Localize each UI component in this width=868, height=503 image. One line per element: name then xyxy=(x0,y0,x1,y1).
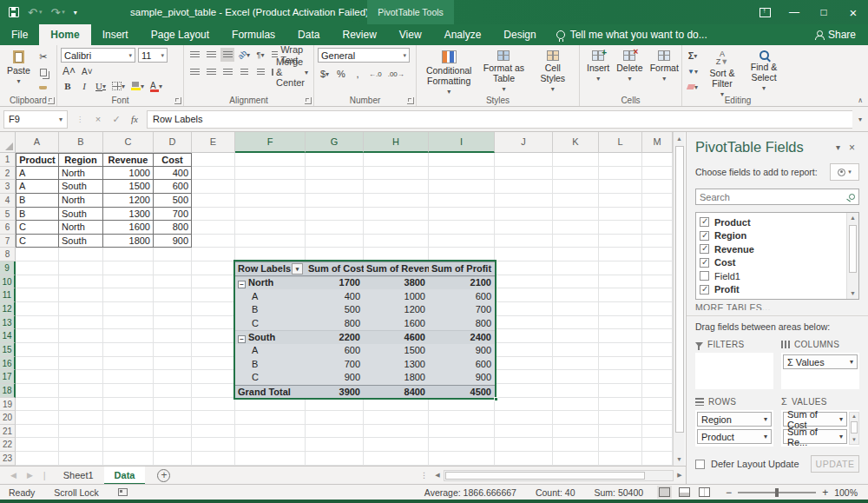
update-button[interactable]: UPDATE xyxy=(811,455,859,473)
tab-insert[interactable]: Insert xyxy=(91,24,140,45)
collapse-icon[interactable]: − xyxy=(238,281,246,288)
rows-chip-product[interactable]: Product▾ xyxy=(697,429,772,444)
accounting-format-button[interactable]: $ xyxy=(318,67,332,81)
tab-analyze[interactable]: Analyze xyxy=(433,24,493,45)
cell-B17[interactable] xyxy=(59,370,103,384)
column-header-I[interactable]: I xyxy=(429,132,495,153)
cell-A15[interactable] xyxy=(16,343,59,357)
cell-E9[interactable] xyxy=(192,261,235,275)
cell-F20[interactable] xyxy=(235,411,306,425)
cell-E11[interactable] xyxy=(192,288,235,302)
cell-E21[interactable] xyxy=(192,425,235,439)
pivot-value-cell[interactable]: 800 xyxy=(306,317,364,330)
find-select-button[interactable]: Find & Select xyxy=(745,48,783,101)
cell-L2[interactable] xyxy=(599,167,642,181)
column-header-A[interactable]: A xyxy=(16,132,59,153)
cell-J6[interactable] xyxy=(495,221,553,235)
cell-J2[interactable] xyxy=(495,167,553,181)
cell-A12[interactable] xyxy=(16,302,59,316)
cell-I2[interactable] xyxy=(429,167,495,181)
cell-K20[interactable] xyxy=(553,411,599,425)
normal-view-button[interactable] xyxy=(659,487,670,497)
cell-D21[interactable] xyxy=(154,425,192,439)
cell-M16[interactable] xyxy=(642,357,673,371)
cell-M8[interactable] xyxy=(642,248,673,261)
pivot-value-cell[interactable]: 400 xyxy=(306,290,364,303)
cell-L23[interactable] xyxy=(599,452,642,466)
cell-H1[interactable] xyxy=(364,153,429,167)
cell-L20[interactable] xyxy=(599,411,642,425)
cell-M23[interactable] xyxy=(642,452,673,466)
share-button[interactable]: Share xyxy=(803,24,868,45)
cell-E17[interactable] xyxy=(192,370,235,384)
fill-color-button[interactable] xyxy=(129,79,146,93)
cell-J1[interactable] xyxy=(495,153,553,167)
column-header-F[interactable]: F xyxy=(235,132,306,153)
autosum-button[interactable]: Σ xyxy=(686,49,700,63)
customize-qat-button[interactable]: ▾ xyxy=(74,9,77,17)
cell-G20[interactable] xyxy=(306,411,364,425)
fields-scroll-up-icon[interactable]: ▲ xyxy=(847,213,858,223)
cell-L13[interactable] xyxy=(599,316,642,330)
cell-I7[interactable] xyxy=(429,235,495,248)
collapse-icon[interactable]: − xyxy=(238,335,246,343)
cell-M21[interactable] xyxy=(642,425,673,439)
cell-B20[interactable] xyxy=(59,411,103,425)
pivot-header-3[interactable]: Sum of Profit xyxy=(429,262,495,275)
reading-order-button[interactable]: ¶ xyxy=(253,48,267,62)
zoom-in-button[interactable]: + xyxy=(822,486,828,499)
maximize-button[interactable]: □ xyxy=(809,0,838,24)
align-left-button[interactable] xyxy=(187,65,201,79)
cell-I20[interactable] xyxy=(429,411,495,425)
pivot-value-cell[interactable]: 2100 xyxy=(429,276,495,289)
row-header-4[interactable]: 4 xyxy=(0,194,16,208)
row-header-3[interactable]: 3 xyxy=(0,180,16,194)
values-scrollbar-thumb[interactable] xyxy=(851,421,858,434)
cell-G4[interactable] xyxy=(306,194,364,208)
name-box[interactable]: F9 ▾ xyxy=(3,110,68,129)
row-header-2[interactable]: 2 xyxy=(0,167,16,181)
cell-D17[interactable] xyxy=(154,370,192,384)
pivot-value-cell[interactable]: 1600 xyxy=(364,317,429,330)
values-chip-sum-of-cost[interactable]: Sum of Cost▾ xyxy=(783,412,847,427)
cell-B10[interactable] xyxy=(59,275,103,289)
cell-M11[interactable] xyxy=(642,288,673,302)
tab-formulas[interactable]: Formulas xyxy=(220,24,286,45)
cell-D8[interactable] xyxy=(154,248,192,261)
cell-A6[interactable]: C xyxy=(16,221,59,235)
pivot-value-cell[interactable]: 3800 xyxy=(364,276,429,289)
pivot-value-cell[interactable]: 2200 xyxy=(306,331,364,344)
cell-B8[interactable] xyxy=(59,248,103,261)
cell-A20[interactable] xyxy=(16,411,59,425)
cell-A10[interactable] xyxy=(16,275,59,289)
cell-C6[interactable]: 1600 xyxy=(103,221,154,235)
cell-D16[interactable] xyxy=(154,357,192,371)
cell-A13[interactable] xyxy=(16,316,59,330)
pivot-value-cell[interactable]: 900 xyxy=(429,371,495,384)
cell-F19[interactable] xyxy=(235,398,306,412)
pivot-value-cell[interactable]: 600 xyxy=(429,358,495,371)
cell-M15[interactable] xyxy=(642,343,673,357)
cell-L9[interactable] xyxy=(599,261,642,275)
borders-button[interactable] xyxy=(110,79,127,93)
hscroll-right-icon[interactable]: ▶ xyxy=(674,472,686,479)
horizontal-scrollbar-thumb[interactable] xyxy=(445,472,645,480)
cell-J22[interactable] xyxy=(495,438,553,452)
cell-K8[interactable] xyxy=(553,248,599,261)
cell-C8[interactable] xyxy=(103,248,154,261)
cell-K7[interactable] xyxy=(553,235,599,248)
sheet-nav-right-icon[interactable]: ▶ xyxy=(27,471,33,480)
column-header-B[interactable]: B xyxy=(59,132,103,153)
cell-H8[interactable] xyxy=(364,248,429,261)
cell-A19[interactable] xyxy=(16,398,59,412)
format-painter-button[interactable] xyxy=(36,81,50,95)
row-header-12[interactable]: 12 xyxy=(0,302,16,316)
pivot-value-cell[interactable]: 2400 xyxy=(429,331,495,344)
vertical-scrollbar[interactable]: ▲ ▼ xyxy=(673,132,685,466)
decrease-decimal-button[interactable]: .00→ xyxy=(386,67,406,81)
field-item-profit[interactable]: Profit xyxy=(700,283,843,297)
cell-J3[interactable] xyxy=(495,180,553,194)
cell-J11[interactable] xyxy=(495,288,553,302)
align-middle-button[interactable] xyxy=(204,48,218,62)
column-header-K[interactable]: K xyxy=(553,132,599,153)
